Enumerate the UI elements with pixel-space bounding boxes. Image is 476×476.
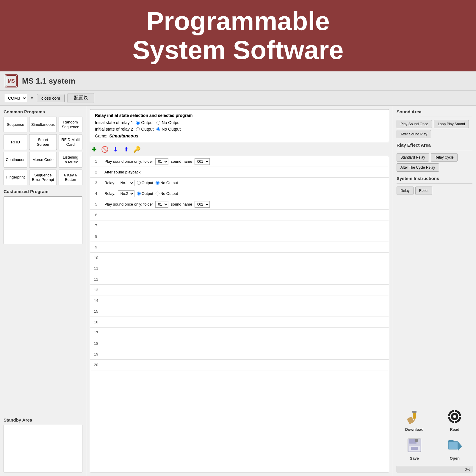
app-title: Programmable System Software (132, 7, 343, 65)
row3-output-radio[interactable] (137, 181, 141, 185)
sidebar-item-fingerprint[interactable]: Fingerprint (4, 170, 27, 185)
download-icon (405, 408, 423, 425)
svg-marker-5 (414, 419, 415, 421)
row3-no-output-radio[interactable] (156, 181, 159, 185)
reset-button[interactable]: Reset (415, 187, 432, 195)
row4-no-output-label[interactable]: No Output (156, 191, 178, 196)
standard-relay-button[interactable]: Standard Relay (397, 153, 429, 162)
row5-sound-label: sound name (171, 202, 192, 206)
delete-icon[interactable]: 🚫 (101, 145, 109, 154)
sidebar-item-simultaneous[interactable]: Simultaneous (29, 117, 57, 132)
row5-folder-select[interactable]: 0102 (155, 201, 168, 208)
sidebar-item-rfid[interactable]: RFID (4, 134, 27, 150)
relay-config-title: Relay initial state selection and select… (95, 113, 384, 118)
relay1-output-radio[interactable] (136, 121, 140, 125)
standby-area-section: Standby Area (4, 417, 82, 472)
save-label: Save (410, 456, 419, 461)
row-content: Play sound once only: folder 0102 sound … (102, 201, 389, 208)
relay1-no-output-label[interactable]: No Output (156, 120, 181, 125)
sidebar-item-morse-code[interactable]: Morse Code (29, 152, 57, 167)
right-panel: Sound Area Play Sound Once Loop Play Sou… (393, 106, 476, 476)
download-action[interactable]: Download (397, 408, 432, 432)
table-row: 5 Play sound once only: folder 0102 soun… (90, 199, 389, 210)
row-number: 3 (90, 181, 102, 185)
sidebar-item-random-sequence[interactable]: Random Sequence (59, 117, 82, 132)
config-button[interactable]: 配置块 (68, 93, 94, 103)
sidebar-item-sequence-error-prompt[interactable]: Sequence Error Prompt (29, 170, 57, 185)
row3-no-output-label[interactable]: No Output (156, 181, 178, 185)
table-row: 3 Relay: No.1No.2 Output No Output (90, 178, 389, 188)
row4-relay-select[interactable]: No.2No.1 (118, 190, 134, 197)
table-row: 13 (90, 285, 389, 295)
row4-output-label[interactable]: Output (137, 191, 153, 196)
relay2-output-radio[interactable] (136, 127, 140, 131)
relay2-label: Initial state of relay 2 (95, 127, 133, 131)
game-name: Simultaneous (109, 133, 138, 138)
row-content: Relay: No.2No.1 Output No Output (102, 190, 389, 197)
move-down-icon[interactable]: ⬇ (111, 145, 120, 154)
row4-output-radio[interactable] (137, 192, 141, 195)
header: Programmable System Software (0, 0, 476, 71)
customized-program-section: Customized Program (4, 189, 82, 414)
sidebar-item-smart-screen[interactable]: Smart Screen (29, 134, 57, 150)
relay1-label: Initial state of relay 1 (95, 120, 133, 125)
play-sound-once-button[interactable]: Play Sound Once (397, 120, 432, 128)
relay-cycle-button[interactable]: Relay Cycle (431, 153, 458, 162)
table-row: 9 (90, 242, 389, 253)
program-list[interactable]: 1 Play sound once only: folder 0102 soun… (90, 156, 389, 472)
row1-sound-select[interactable]: 001002003 (195, 158, 210, 165)
row5-sound-select[interactable]: 002001003 (195, 201, 210, 208)
port-select[interactable]: COM3COM1COM2COM4 (5, 94, 27, 102)
sidebar-item-rfid-multi-card[interactable]: RFID Multi Card (59, 134, 82, 150)
relay1-no-output-radio[interactable] (156, 121, 160, 125)
add-icon[interactable]: ✚ (90, 145, 98, 154)
row-number: 5 (90, 202, 102, 206)
move-up-icon[interactable]: ⬆ (122, 145, 130, 154)
table-row: 7 (90, 220, 389, 231)
customized-program-box[interactable] (4, 196, 82, 244)
row3-relay-select[interactable]: No.1No.2 (118, 180, 134, 186)
delay-button[interactable]: Delay (397, 187, 414, 195)
game-row: Game: Simultaneous (95, 133, 384, 138)
table-row: 12 (90, 274, 389, 285)
svg-point-12 (453, 415, 456, 418)
app-logo: MS (5, 74, 18, 87)
sidebar-item-listening-to-music[interactable]: Listening To Music (59, 152, 82, 167)
bottom-actions-area: Download (397, 405, 472, 472)
relay-effect-title: Rlay Effect Area (397, 143, 472, 148)
sound-area-title: Sound Area (397, 109, 472, 114)
standby-area-box[interactable] (4, 425, 82, 472)
sidebar-item-continuous[interactable]: Continuous (4, 152, 27, 167)
customized-program-title: Customized Program (4, 189, 82, 194)
sidebar-item-sequence[interactable]: Sequence (4, 117, 27, 132)
sidebar-item-6-key-6-button[interactable]: 6 Key 6 Button (59, 170, 82, 185)
sound-area-section: Sound Area Play Sound Once Loop Play Sou… (397, 109, 472, 138)
row1-folder-select[interactable]: 0102 (155, 158, 168, 165)
table-row: 14 (90, 295, 389, 306)
standby-area-title: Standby Area (4, 417, 82, 422)
progress-label: 0% (465, 467, 470, 472)
key-icon[interactable]: 🔑 (133, 145, 141, 154)
read-action[interactable]: Read (437, 408, 473, 432)
relay2-no-output-label[interactable]: No Output (156, 127, 181, 131)
table-row: 10 (90, 253, 389, 263)
relay2-output-label[interactable]: Output (136, 127, 154, 131)
open-action[interactable]: Open (437, 436, 473, 461)
relay1-output-label[interactable]: Output (136, 120, 154, 125)
relay2-row: Initial state of relay 2 Output No Outpu… (95, 127, 384, 131)
after-cycle-relay-button[interactable]: After The Cycle Relay (397, 163, 439, 172)
row4-no-output-radio[interactable] (156, 192, 159, 195)
row3-output-label[interactable]: Output (137, 181, 153, 185)
progress-bar: 0% (397, 466, 472, 472)
common-programs-grid: Sequence Simultaneous Random Sequence RF… (4, 117, 82, 185)
center-panel: Relay initial state selection and select… (86, 106, 393, 476)
loop-play-sound-button[interactable]: Loop Play Sound (434, 120, 469, 128)
system-instructions-section: System Instructions Delay Reset (397, 176, 472, 195)
table-row: 18 (90, 338, 389, 349)
close-com-button[interactable]: close com (37, 94, 65, 102)
row1-sound-label: sound name (171, 159, 192, 164)
after-sound-play-button[interactable]: After Sound Play (397, 130, 431, 138)
relay2-no-output-radio[interactable] (156, 127, 160, 131)
relay-effect-section: Rlay Effect Area Standard Relay Relay Cy… (397, 143, 472, 172)
save-action[interactable]: Save (397, 436, 432, 461)
